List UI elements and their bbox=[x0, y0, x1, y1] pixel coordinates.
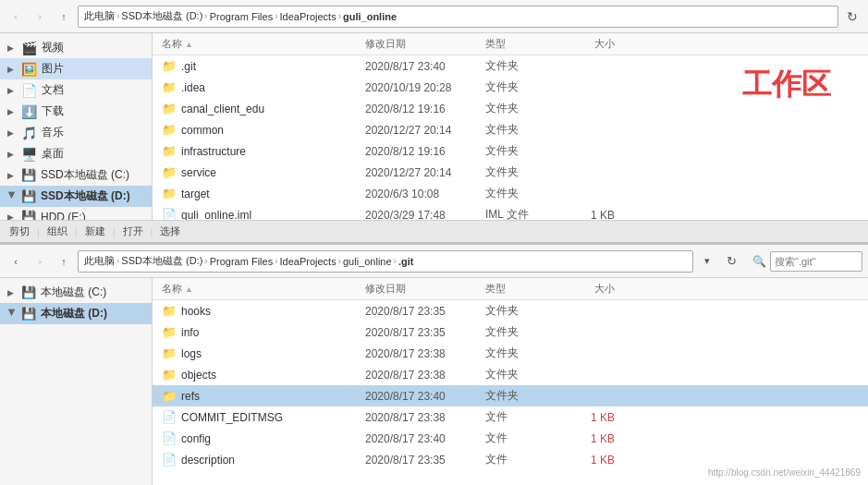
file-type: 文件夹 bbox=[485, 143, 559, 159]
back-button-bottom[interactable]: ‹ bbox=[6, 251, 26, 272]
table-row[interactable]: 📁.idea 2020/10/19 20:28 文件夹 bbox=[153, 77, 868, 98]
file-size: 1 KB bbox=[559, 209, 615, 221]
table-row[interactable]: 📁objects 2020/8/17 23:38 文件夹 bbox=[153, 364, 868, 385]
expand-arrow-docs: ▶ bbox=[7, 86, 17, 95]
sidebar-label-downloads: 下载 bbox=[42, 103, 64, 119]
local-c-icon: 💾 bbox=[21, 285, 36, 299]
expand-arrow-local-c: ▶ bbox=[7, 288, 17, 297]
sidebar-item-drive-d[interactable]: ▶ 💾 SSD本地磁盘 (D:) bbox=[0, 186, 152, 207]
refresh-button-bottom[interactable]: ↻ bbox=[721, 251, 741, 272]
table-row[interactable]: 📄description 2020/8/17 23:35 文件 1 KB bbox=[153, 449, 868, 470]
up-button-top[interactable]: ↑ bbox=[54, 6, 74, 27]
table-row[interactable]: 📄guli_online.iml 2020/3/29 17:48 IML 文件 … bbox=[153, 204, 868, 220]
file-type: 文件夹 bbox=[485, 79, 559, 95]
sidebar-item-drive-c[interactable]: ▶ 💾 SSD本地磁盘 (C:) bbox=[0, 164, 152, 186]
file-date: 2020/8/17 23:40 bbox=[365, 432, 485, 445]
dropdown-button-bottom[interactable]: ▾ bbox=[697, 251, 717, 272]
search-icon: 🔍 bbox=[752, 255, 766, 268]
sidebar-item-pictures[interactable]: ▶ 🖼️ 图片 bbox=[0, 58, 152, 79]
back-button-top[interactable]: ‹ bbox=[6, 6, 26, 27]
sidebar-label-pictures: 图片 bbox=[42, 61, 64, 77]
downloads-folder-icon: ⬇️ bbox=[21, 104, 37, 119]
toolbar-cut[interactable]: 剪切 bbox=[9, 224, 30, 238]
file-date: 2020/8/17 23:35 bbox=[365, 326, 485, 339]
table-row[interactable]: 📁info 2020/8/17 23:35 文件夹 bbox=[153, 321, 868, 343]
expand-arrow-desktop: ▶ bbox=[7, 150, 17, 159]
table-row[interactable]: 📄config 2020/8/17 23:40 文件 1 KB bbox=[153, 428, 868, 449]
bottom-content-area: ▶ 💾 本地磁盘 (C:) ▶ 💾 本地磁盘 (D:) 名称 ▲ 修改日期 类型… bbox=[0, 278, 868, 485]
sidebar-item-video[interactable]: ▶ 🎬 视频 bbox=[0, 37, 152, 58]
file-size: 1 KB bbox=[559, 432, 615, 445]
file-icon: 📄 bbox=[162, 410, 177, 424]
file-date: 2020/12/27 20:14 bbox=[365, 124, 485, 137]
path-drive-bottom: SSD本地磁盘 (D:) bbox=[121, 254, 202, 268]
sidebar-label-desktop: 桌面 bbox=[42, 146, 64, 162]
table-row[interactable]: 📁target 2020/6/3 10:08 文件夹 bbox=[153, 183, 868, 204]
expand-arrow-music: ▶ bbox=[7, 128, 17, 138]
file-name: infrastructure bbox=[181, 145, 246, 158]
search-input-bottom[interactable] bbox=[770, 251, 862, 272]
sidebar-item-desktop[interactable]: ▶ 🖥️ 桌面 bbox=[0, 143, 152, 164]
file-name: common bbox=[181, 124, 224, 137]
table-row[interactable]: 📄COMMIT_EDITMSG 2020/8/17 23:38 文件 1 KB bbox=[153, 406, 868, 428]
table-row[interactable]: 📁service 2020/12/27 20:14 文件夹 bbox=[153, 162, 868, 183]
file-name: .git bbox=[181, 60, 196, 73]
file-type: 文件夹 bbox=[485, 122, 559, 138]
expand-arrow-drive-d: ▶ bbox=[7, 192, 17, 201]
path-ideaprojects-bottom: IdeaProjects bbox=[280, 256, 336, 267]
file-name: guli_online.iml bbox=[181, 209, 251, 221]
file-name: target bbox=[181, 188, 210, 200]
folder-icon: 📁 bbox=[162, 59, 177, 73]
file-name: hooks bbox=[181, 305, 211, 318]
col-header-size-bottom: 大小 bbox=[559, 282, 615, 296]
toolbar-new[interactable]: 新建 bbox=[85, 224, 105, 238]
table-row[interactable]: 📁canal_client_edu 2020/8/12 19:16 文件夹 bbox=[153, 98, 868, 119]
top-content-area: ▶ 🎬 视频 ▶ 🖼️ 图片 ▶ 📄 文档 ▶ ⬇️ 下载 ▶ 🎵 bbox=[0, 33, 868, 220]
top-address-path[interactable]: 此电脑 › SSD本地磁盘 (D:) › Program Files › Ide… bbox=[78, 6, 838, 28]
table-row[interactable]: 📁.git 2020/8/17 23:40 文件夹 bbox=[153, 55, 868, 77]
file-name: canal_client_edu bbox=[181, 103, 264, 115]
sidebar-item-local-d[interactable]: ▶ 💾 本地磁盘 (D:) bbox=[0, 303, 152, 324]
bottom-address-path[interactable]: 此电脑 › SSD本地磁盘 (D:) › Program Files › Ide… bbox=[78, 250, 693, 273]
bottom-file-list-header: 名称 ▲ 修改日期 类型 大小 bbox=[153, 278, 868, 300]
refresh-button-top[interactable]: ↻ bbox=[842, 6, 862, 27]
sidebar-item-local-c[interactable]: ▶ 💾 本地磁盘 (C:) bbox=[0, 282, 152, 303]
bottom-address-bar: ‹ › ↑ 此电脑 › SSD本地磁盘 (D:) › Program Files… bbox=[0, 245, 868, 278]
folder-icon: 📁 bbox=[162, 165, 177, 179]
sidebar-item-docs[interactable]: ▶ 📄 文档 bbox=[0, 79, 152, 101]
path-programfiles-bottom: Program Files bbox=[210, 256, 273, 267]
sidebar-label-music: 音乐 bbox=[42, 125, 64, 140]
table-row[interactable]: 📁hooks 2020/8/17 23:35 文件夹 bbox=[153, 300, 868, 321]
file-type: 文件 bbox=[485, 430, 559, 446]
path-computer-top: 此电脑 bbox=[84, 9, 115, 23]
forward-button-top[interactable]: › bbox=[30, 6, 50, 27]
toolbar-select[interactable]: 选择 bbox=[160, 224, 180, 238]
forward-button-bottom[interactable]: › bbox=[30, 251, 50, 272]
file-icon: 📄 bbox=[162, 431, 177, 445]
file-icon: 📄 bbox=[162, 208, 177, 220]
toolbar-open[interactable]: 打开 bbox=[123, 224, 143, 238]
table-row[interactable]: 📁common 2020/12/27 20:14 文件夹 bbox=[153, 119, 868, 140]
path-computer-bottom: 此电脑 bbox=[84, 254, 115, 268]
top-sidebar: ▶ 🎬 视频 ▶ 🖼️ 图片 ▶ 📄 文档 ▶ ⬇️ 下载 ▶ 🎵 bbox=[0, 33, 153, 220]
table-row[interactable]: 📁logs 2020/8/17 23:38 文件夹 bbox=[153, 343, 868, 364]
file-type: 文件夹 bbox=[485, 303, 559, 319]
up-button-bottom[interactable]: ↑ bbox=[54, 251, 74, 272]
file-date: 2020/6/3 10:08 bbox=[365, 188, 485, 200]
sidebar-item-music[interactable]: ▶ 🎵 音乐 bbox=[0, 122, 152, 143]
file-type: 文件夹 bbox=[485, 367, 559, 382]
path-drive-top: SSD本地磁盘 (D:) bbox=[121, 9, 202, 23]
table-row[interactable]: 📁refs 2020/8/17 23:40 文件夹 bbox=[153, 385, 868, 406]
bottom-sidebar: ▶ 💾 本地磁盘 (C:) ▶ 💾 本地磁盘 (D:) bbox=[0, 278, 153, 485]
sidebar-item-downloads[interactable]: ▶ ⬇️ 下载 bbox=[0, 101, 152, 122]
table-row[interactable]: 📁infrastructure 2020/8/12 19:16 文件夹 bbox=[153, 140, 868, 162]
pictures-folder-icon: 🖼️ bbox=[21, 62, 37, 77]
sidebar-label-local-d: 本地磁盘 (D:) bbox=[41, 306, 107, 321]
folder-icon: 📁 bbox=[162, 144, 177, 158]
sidebar-item-drive-e[interactable]: ▶ 💾 HDD (E:) bbox=[0, 207, 152, 220]
file-date: 2020/8/17 23:38 bbox=[365, 411, 485, 424]
file-name: COMMIT_EDITMSG bbox=[181, 411, 283, 424]
col-header-type-bottom: 类型 bbox=[485, 282, 559, 296]
file-name: refs bbox=[181, 390, 200, 403]
toolbar-organize[interactable]: 组织 bbox=[47, 224, 67, 238]
